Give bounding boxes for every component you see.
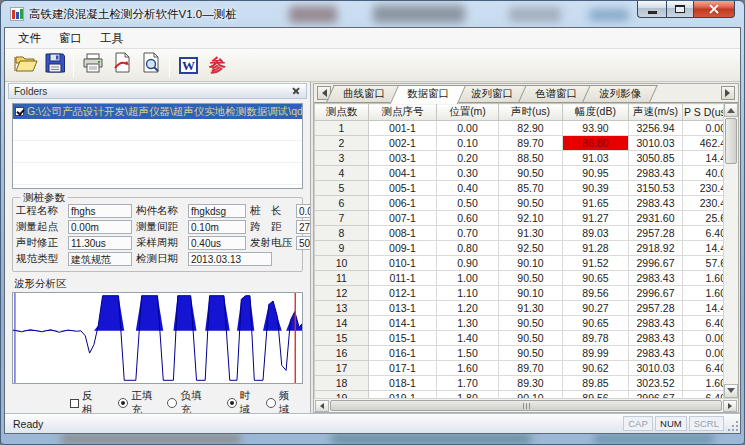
table-cell[interactable]: 14.4 <box>683 151 724 166</box>
table-cell[interactable]: 006-1 <box>369 196 437 211</box>
table-cell[interactable]: 89.85 <box>563 376 629 391</box>
table-cell[interactable]: 90.50 <box>499 166 563 181</box>
preview-button[interactable] <box>136 52 165 79</box>
table-cell[interactable]: 2918.92 <box>629 241 683 256</box>
table-cell[interactable]: 90.65 <box>563 316 629 331</box>
table-cell[interactable]: 4 <box>315 166 369 181</box>
tab-wavetrain-image[interactable]: 波列影像 <box>586 85 654 102</box>
table-cell[interactable]: 0.00 <box>437 121 499 136</box>
tab-scroll-right[interactable] <box>721 86 735 100</box>
table-cell[interactable]: 1.20 <box>437 301 499 316</box>
table-cell[interactable]: 90.27 <box>563 301 629 316</box>
table-cell[interactable]: 0.00 <box>683 346 724 361</box>
column-header-0[interactable]: 测点数 <box>315 104 369 121</box>
table-cell[interactable]: 90.10 <box>499 286 563 301</box>
table-cell[interactable]: 16 <box>315 346 369 361</box>
horizontal-scroll-thumb[interactable] <box>330 400 722 411</box>
table-cell[interactable]: 90.39 <box>563 181 629 196</box>
table-cell[interactable]: 3050.85 <box>629 151 683 166</box>
vertical-scroll-thumb[interactable] <box>725 118 737 164</box>
table-cell[interactable]: 462.4 <box>683 136 724 151</box>
open-button[interactable] <box>11 52 40 79</box>
fill-positive-radio[interactable] <box>118 398 128 408</box>
table-cell[interactable]: 2983.43 <box>629 346 683 361</box>
table-cell[interactable]: 91.28 <box>563 241 629 256</box>
table-cell[interactable]: 10 <box>315 256 369 271</box>
table-cell[interactable]: 2957.28 <box>629 301 683 316</box>
table-cell[interactable]: 1.80 <box>437 391 499 399</box>
folder-list[interactable]: G:\公司产品设计开发\超声仪器\超声仪实地检测数据调试\qd\qd03\qd0… <box>12 103 303 189</box>
table-cell[interactable]: 1.60 <box>683 376 724 391</box>
scroll-right-button[interactable] <box>723 400 737 412</box>
vertical-scrollbar[interactable] <box>723 103 738 398</box>
param-field-measure-start[interactable]: 0.00m <box>68 220 132 234</box>
table-cell[interactable]: 6.40 <box>683 361 724 376</box>
table-cell[interactable]: 0.90 <box>437 256 499 271</box>
table-cell[interactable]: 91.65 <box>563 196 629 211</box>
param-field-time-correction[interactable]: 11.30us <box>68 236 132 250</box>
resize-grip[interactable] <box>726 419 738 431</box>
column-header-6[interactable]: P S D(us^2 <box>683 104 724 121</box>
table-cell[interactable]: 013-1 <box>369 301 437 316</box>
table-cell[interactable]: 015-1 <box>369 331 437 346</box>
table-cell[interactable]: 89.56 <box>563 391 629 399</box>
table-cell[interactable]: 0.10 <box>437 136 499 151</box>
folder-item[interactable]: G:\公司产品设计开发\超声仪器\超声仪实地检测数据调试\qd\qd03\qd0… <box>13 104 302 119</box>
table-cell[interactable]: 82.90 <box>499 121 563 136</box>
menu-item-window[interactable]: 窗口 <box>50 28 91 49</box>
minimize-button[interactable] <box>637 0 666 18</box>
tab-wavetrain-window[interactable]: 波列窗口 <box>458 85 526 102</box>
table-cell[interactable]: 0.80 <box>437 241 499 256</box>
save-button[interactable] <box>40 52 69 79</box>
print-button[interactable] <box>78 52 107 79</box>
table-cell[interactable]: 005-1 <box>369 181 437 196</box>
close-button[interactable] <box>694 0 735 18</box>
table-cell[interactable]: 230.4 <box>683 196 724 211</box>
table-cell[interactable]: 2996.67 <box>629 256 683 271</box>
table-cell[interactable]: 2996.67 <box>629 391 683 399</box>
table-cell[interactable]: 85.70 <box>499 181 563 196</box>
column-header-4[interactable]: 幅度(dB) <box>563 104 629 121</box>
table-cell[interactable]: 230.4 <box>683 181 724 196</box>
table-cell[interactable]: 3010.03 <box>629 136 683 151</box>
table-cell[interactable]: 0.00 <box>683 121 724 136</box>
table-cell[interactable]: 12 <box>315 286 369 301</box>
table-cell[interactable]: 13 <box>315 301 369 316</box>
table-cell[interactable]: 1.40 <box>437 331 499 346</box>
table-cell[interactable]: 1.50 <box>437 346 499 361</box>
folders-caption[interactable]: Folders <box>8 83 307 99</box>
table-cell[interactable]: 017-1 <box>369 361 437 376</box>
table-cell[interactable]: 1.30 <box>437 316 499 331</box>
table-cell[interactable]: 2996.67 <box>629 286 683 301</box>
table-cell[interactable]: 90.50 <box>499 331 563 346</box>
table-cell[interactable]: 40.0 <box>683 166 724 181</box>
table-cell[interactable]: 008-1 <box>369 226 437 241</box>
table-cell[interactable]: 014-1 <box>369 316 437 331</box>
table-cell[interactable]: 2983.43 <box>629 271 683 286</box>
table-cell[interactable]: 007-1 <box>369 211 437 226</box>
table-cell[interactable]: 11 <box>315 271 369 286</box>
table-cell[interactable]: 004-1 <box>369 166 437 181</box>
table-cell[interactable]: 91.30 <box>499 226 563 241</box>
menu-item-tools[interactable]: 工具 <box>91 28 132 49</box>
table-cell[interactable]: 17 <box>315 361 369 376</box>
table-cell[interactable]: 010-1 <box>369 256 437 271</box>
table-cell[interactable]: 92.50 <box>499 241 563 256</box>
folder-checkbox[interactable] <box>15 107 24 116</box>
table-cell[interactable]: 90.65 <box>563 271 629 286</box>
table-cell[interactable]: 7 <box>315 211 369 226</box>
table-cell[interactable]: 1 <box>315 121 369 136</box>
menu-item-file[interactable]: 文件 <box>9 28 50 49</box>
table-cell[interactable]: 2983.43 <box>629 166 683 181</box>
param-field-pile-length[interactable]: 0.00m <box>296 204 311 218</box>
table-cell[interactable]: 15 <box>315 331 369 346</box>
table-cell[interactable]: 14 <box>315 316 369 331</box>
table-cell[interactable]: 0.20 <box>437 151 499 166</box>
param-field-sample-period[interactable]: 0.40us <box>188 236 246 250</box>
table-cell[interactable]: 0.30 <box>437 166 499 181</box>
table-cell[interactable]: 019-1 <box>369 391 437 399</box>
table-cell[interactable]: 89.70 <box>499 361 563 376</box>
table-cell[interactable]: 90.62 <box>563 361 629 376</box>
table-cell[interactable]: 89.30 <box>499 376 563 391</box>
table-cell[interactable]: 91.03 <box>563 151 629 166</box>
